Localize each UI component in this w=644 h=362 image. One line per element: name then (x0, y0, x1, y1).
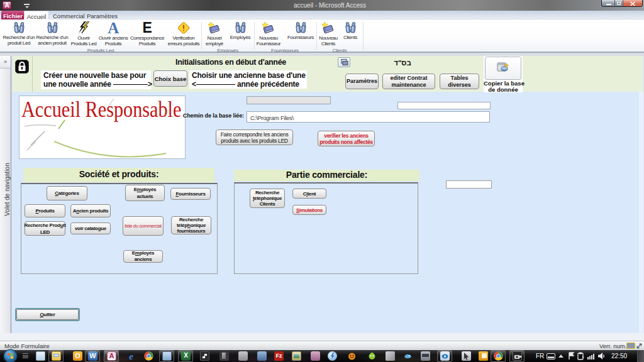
svg-text:e: e (129, 351, 133, 361)
svg-text:E: E (143, 21, 152, 35)
svg-text:A: A (108, 21, 119, 35)
